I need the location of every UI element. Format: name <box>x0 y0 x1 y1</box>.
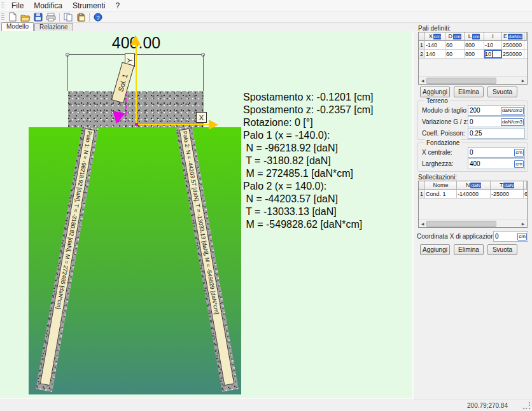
pali-table-row[interactable]: 1 -140 60 800 -10 250000 <box>419 41 527 50</box>
open-folder-icon <box>20 13 31 22</box>
menu-strumenti[interactable]: Strumenti <box>67 1 110 11</box>
open-button[interactable] <box>19 11 32 22</box>
save-button[interactable] <box>32 11 45 22</box>
x-centrale-label: X centrale: <box>422 149 452 156</box>
sollecitazioni-elimina-button[interactable]: Elimina <box>454 244 484 255</box>
pali-svuota-button[interactable]: Svuota <box>487 87 517 97</box>
scroll-thumb[interactable] <box>426 221 496 227</box>
modulo-taglio-input[interactable] <box>468 107 500 114</box>
variazione-field[interactable]: daN/cm3 <box>468 116 525 127</box>
x-centrale-field[interactable]: cm <box>468 147 525 158</box>
sollecitazioni-table[interactable]: Nome NdaN TdaN 1 Cond. 1 -140000 -25000 … <box>418 181 528 228</box>
larghezza-field[interactable]: cm <box>468 158 525 169</box>
help-button[interactable]: ? <box>92 11 104 22</box>
unit-badge: daN/c <box>508 34 522 39</box>
model-canvas[interactable]: Palo 1: N = -96218.92 [daN], T = -3180.8… <box>0 31 414 400</box>
terreno-group: Terreno Modulo di taglio G: daN/cm2 Vari… <box>417 101 528 140</box>
result-line: Spostamento z: -0.2357 [cm] <box>243 104 374 116</box>
pali-table-row[interactable]: 2 140 60 800 10 250000 <box>419 50 527 59</box>
result-line: Rotazione: 0 [°] <box>243 116 374 129</box>
scroll-thumb[interactable] <box>426 78 496 84</box>
y-axis-arrow-icon <box>130 35 141 45</box>
menu-modifica[interactable]: Modifica <box>29 1 67 11</box>
poisson-input[interactable] <box>468 130 524 137</box>
poisson-field[interactable] <box>468 128 525 139</box>
new-button[interactable] <box>6 11 19 22</box>
larghezza-input[interactable] <box>468 160 514 167</box>
scroll-right-icon[interactable]: ▶ <box>519 220 527 228</box>
cursor-coordinates: 200.79;270.84 <box>467 402 508 409</box>
load-arrow-icon <box>110 111 125 125</box>
result-line: M = 272485.1 [daN*cm] <box>243 167 374 180</box>
result-line: Palo 1 (x = -140.0): <box>243 129 374 142</box>
resize-grip-icon[interactable] <box>523 402 531 410</box>
tab-modello[interactable]: Modello <box>1 22 34 31</box>
scroll-right-icon[interactable]: ▶ <box>519 77 527 85</box>
modulo-taglio-field[interactable]: daN/cm2 <box>468 105 525 116</box>
x-axis-line <box>136 124 209 125</box>
pali-table[interactable]: Xcm Dcm Lcm I EdaN/c 1 -140 60 800 -10 2… <box>418 32 528 85</box>
unit-badge: cm <box>514 149 524 157</box>
pali-definiti-label: Pali definiti: <box>418 25 451 32</box>
copy-icon <box>64 13 73 22</box>
toolbar-grip[interactable] <box>1 13 4 21</box>
result-line: Spostamento x: -0.1201 [cm] <box>243 91 374 104</box>
status-bar: 200.79;270.84 <box>0 400 532 411</box>
sollecitazioni-table-row[interactable]: 1 Cond. 1 -140000 -25000 650 <box>419 190 527 199</box>
toolbar-separator <box>59 13 60 22</box>
print-button[interactable] <box>45 11 57 22</box>
coordinata-x-field[interactable]: cm <box>493 231 528 242</box>
coordinata-x-input[interactable] <box>494 233 517 240</box>
unit-badge: cm <box>472 34 480 39</box>
menu-grip[interactable] <box>1 2 4 10</box>
sollecitazioni-table-header: Nome NdaN TdaN <box>419 181 527 190</box>
result-line: N = -44203.57 [daN] <box>243 193 374 206</box>
unit-badge: daN <box>503 183 514 188</box>
grid-cell-editor[interactable]: 10 <box>484 50 502 59</box>
toolbar: ? <box>0 11 532 23</box>
pali-table-header: Xcm Dcm Lcm I EdaN/c <box>419 32 527 41</box>
pali-aggiungi-button[interactable]: Aggiungi <box>420 87 450 97</box>
text-caret <box>492 51 493 57</box>
scroll-left-icon[interactable]: ◀ <box>419 77 426 85</box>
results-text: Spostamento x: -0.1201 [cm] Spostamento … <box>243 91 374 231</box>
print-icon <box>46 13 56 22</box>
pali-table-hscrollbar[interactable]: ◀ ▶ <box>419 76 527 84</box>
result-line: T = -13033.13 [daN] <box>243 206 374 218</box>
coordinata-x-label: Coordinata X di applicazione: <box>417 233 500 240</box>
unit-badge: cm <box>517 233 527 240</box>
variazione-label: Variazione G / z: <box>422 118 468 125</box>
result-line: T = -3180.82 [daN] <box>243 155 374 167</box>
sollecitazioni-hscrollbar[interactable]: ◀ ▶ <box>419 219 527 227</box>
sollecitazioni-label: Sollecitazioni: <box>418 174 457 181</box>
result-line: N = -96218.92 [daN] <box>243 142 374 155</box>
variazione-input[interactable] <box>468 118 500 125</box>
modulo-taglio-label: Modulo di taglio G: <box>422 107 475 114</box>
app-window: File Modifica Strumenti ? ? <box>0 0 532 411</box>
y-axis-line <box>136 44 137 125</box>
x-axis-label: X <box>196 112 207 123</box>
fondazione-group: Fondazione X centrale: cm Larghezza: cm <box>417 143 528 172</box>
help-icon: ? <box>94 13 102 22</box>
svg-text:?: ? <box>96 14 99 20</box>
copy-button[interactable] <box>62 11 74 22</box>
new-document-icon <box>8 12 17 22</box>
result-line: M = -549828.62 [daN*cm] <box>243 218 374 231</box>
pali-elimina-button[interactable]: Elimina <box>454 87 484 97</box>
unit-badge: cm <box>514 160 524 168</box>
menu-file[interactable]: File <box>6 1 29 11</box>
menu-bar: File Modifica Strumenti ? <box>0 0 532 11</box>
larghezza-label: Larghezza: <box>422 160 453 167</box>
sollecitazioni-aggiungi-button[interactable]: Aggiungi <box>420 244 450 255</box>
paste-button[interactable] <box>74 11 87 22</box>
terreno-title: Terreno <box>424 97 450 104</box>
result-line: Palo 2 (x = 140.0): <box>243 180 374 193</box>
menu-help[interactable]: ? <box>110 1 125 11</box>
unit-badge: daN <box>470 183 481 188</box>
left-column: Modello Relazione Palo 1: N = -96218.92 … <box>0 23 415 400</box>
scroll-left-icon[interactable]: ◀ <box>419 220 426 228</box>
sollecitazioni-svuota-button[interactable]: Svuota <box>487 244 517 255</box>
tab-relazione[interactable]: Relazione <box>34 23 73 31</box>
x-centrale-input[interactable] <box>468 149 514 156</box>
unit-badge: daN/cm3 <box>501 118 524 126</box>
